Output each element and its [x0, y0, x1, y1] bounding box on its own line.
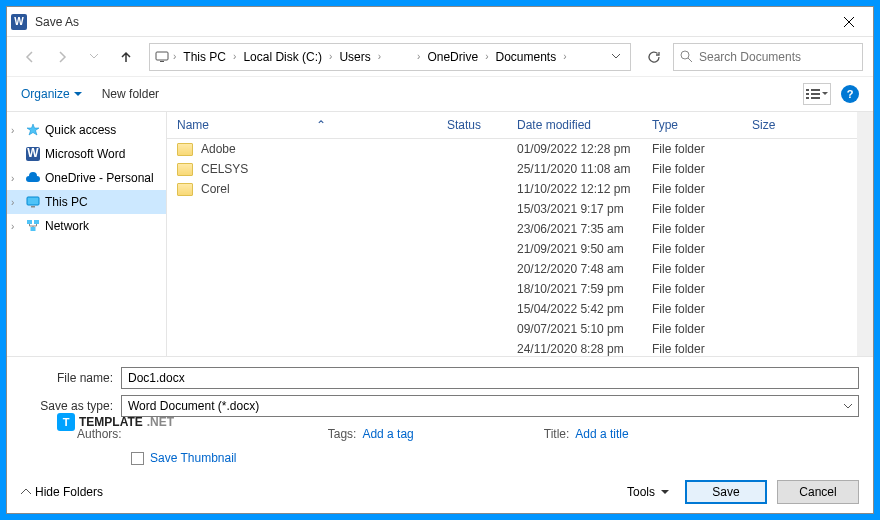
chevron-right-icon: ›	[11, 221, 21, 232]
svg-rect-12	[31, 206, 35, 208]
new-folder-button[interactable]: New folder	[102, 87, 159, 101]
breadcrumb-item[interactable]	[384, 55, 414, 59]
save-thumbnail-checkbox[interactable]	[131, 452, 144, 465]
column-header-size[interactable]: Size	[742, 112, 873, 138]
file-type: File folder	[642, 300, 742, 318]
pc-icon	[25, 194, 41, 210]
file-type: File folder	[642, 280, 742, 298]
file-date: 24/11/2020 8:28 pm	[507, 340, 642, 356]
breadcrumb-item[interactable]: Local Disk (C:)	[239, 48, 326, 66]
organize-menu[interactable]: Organize	[21, 87, 82, 101]
forward-button[interactable]	[49, 44, 75, 70]
chevron-up-icon	[21, 489, 31, 495]
sidebar-item-quick-access[interactable]: ›Quick access	[7, 118, 166, 142]
back-button[interactable]	[17, 44, 43, 70]
search-box[interactable]	[673, 43, 863, 71]
sidebar-item-network[interactable]: ›Network	[7, 214, 166, 238]
form-area: File name: Save as type: Word Document (…	[7, 357, 873, 471]
toolbar: Organize New folder ?	[7, 77, 873, 111]
breadcrumb-item[interactable]: This PC	[179, 48, 230, 66]
breadcrumb-item[interactable]: OneDrive	[423, 48, 482, 66]
sidebar-item-label: Network	[45, 219, 89, 233]
title-field[interactable]: Add a title	[575, 427, 628, 441]
column-header-date[interactable]: Date modified	[507, 112, 642, 138]
file-row[interactable]: 24/11/2020 8:28 pmFile folder	[167, 339, 873, 356]
file-row[interactable]: 21/09/2021 9:50 amFile folder	[167, 239, 873, 259]
refresh-button[interactable]	[641, 44, 667, 70]
file-date: 15/03/2021 9:17 pm	[507, 200, 642, 218]
network-icon	[25, 218, 41, 234]
file-date: 20/12/2020 7:48 am	[507, 260, 642, 278]
help-button[interactable]: ?	[841, 85, 859, 103]
sidebar-item-label: This PC	[45, 195, 88, 209]
file-row[interactable]: CELSYS25/11/2020 11:08 amFile folder	[167, 159, 873, 179]
svg-rect-14	[34, 220, 39, 224]
file-type: File folder	[642, 260, 742, 278]
filename-input[interactable]	[121, 367, 859, 389]
svg-text:W: W	[27, 147, 39, 160]
window-title: Save As	[35, 15, 829, 29]
chevron-down-icon	[74, 91, 82, 98]
filetype-select[interactable]: Word Document (*.docx)	[121, 395, 859, 417]
breadcrumb-item[interactable]: Documents	[491, 48, 560, 66]
tags-field[interactable]: Add a tag	[362, 427, 413, 441]
breadcrumb-item[interactable]: Users	[335, 48, 374, 66]
chevron-right-icon: ›	[562, 51, 567, 62]
file-row[interactable]: 20/12/2020 7:48 amFile folder	[167, 259, 873, 279]
svg-rect-13	[27, 220, 32, 224]
file-row[interactable]: 15/04/2022 5:42 pmFile folder	[167, 299, 873, 319]
file-type: File folder	[642, 240, 742, 258]
chevron-right-icon: ›	[232, 51, 237, 62]
sidebar-item-label: Microsoft Word	[45, 147, 125, 161]
view-options-button[interactable]	[803, 83, 831, 105]
up-button[interactable]	[113, 44, 139, 70]
svg-rect-15	[31, 227, 36, 231]
file-date: 21/09/2021 9:50 am	[507, 240, 642, 258]
file-type: File folder	[642, 340, 742, 356]
hide-folders-button[interactable]: Hide Folders	[21, 485, 103, 499]
sidebar-item-this-pc[interactable]: ›This PC	[7, 190, 166, 214]
chevron-right-icon: ›	[416, 51, 421, 62]
file-row[interactable]: Corel11/10/2022 12:12 pmFile folder	[167, 179, 873, 199]
file-date: 18/10/2021 7:59 pm	[507, 280, 642, 298]
save-thumbnail-label: Save Thumbnail	[150, 451, 237, 465]
folder-icon	[177, 143, 193, 156]
template-logo-icon: T	[57, 413, 75, 431]
folder-icon	[177, 163, 193, 176]
column-header-name[interactable]: Name⌃	[167, 112, 437, 138]
sort-indicator-icon: ⌃	[316, 118, 326, 132]
file-row[interactable]: Adobe01/09/2022 12:28 pmFile folder	[167, 139, 873, 159]
recent-dropdown[interactable]	[81, 44, 107, 70]
file-row[interactable]: 18/10/2021 7:59 pmFile folder	[167, 279, 873, 299]
file-row[interactable]: 23/06/2021 7:35 amFile folder	[167, 219, 873, 239]
file-list: Name⌃ Status Date modified Type Size Ado…	[167, 112, 873, 356]
content-area: ›Quick accessWMicrosoft Word›OneDrive - …	[7, 111, 873, 357]
column-header-type[interactable]: Type	[642, 112, 742, 138]
file-name: Corel	[201, 182, 230, 196]
filetype-label: Save as type:	[21, 399, 121, 413]
sidebar-item-label: OneDrive - Personal	[45, 171, 154, 185]
tools-menu[interactable]: Tools	[621, 481, 675, 503]
titlebar: W Save As	[7, 7, 873, 37]
sidebar-item-microsoft-word[interactable]: WMicrosoft Word	[7, 142, 166, 166]
vertical-scrollbar[interactable]	[857, 112, 873, 356]
address-bar[interactable]: › This PC › Local Disk (C:) › Users › › …	[149, 43, 631, 71]
svg-rect-5	[806, 93, 809, 95]
file-row[interactable]: 09/07/2021 5:10 pmFile folder	[167, 319, 873, 339]
sidebar-item-onedrive-personal[interactable]: ›OneDrive - Personal	[7, 166, 166, 190]
close-button[interactable]	[829, 8, 869, 36]
chevron-right-icon: ›	[328, 51, 333, 62]
search-input[interactable]	[699, 50, 856, 64]
file-date: 25/11/2020 11:08 am	[507, 160, 642, 178]
svg-rect-0	[156, 52, 168, 60]
cancel-button[interactable]: Cancel	[777, 480, 859, 504]
file-type: File folder	[642, 160, 742, 178]
folder-icon	[177, 183, 193, 196]
file-row[interactable]: 15/03/2021 9:17 pmFile folder	[167, 199, 873, 219]
svg-rect-7	[806, 97, 809, 99]
column-header-status[interactable]: Status	[437, 112, 507, 138]
file-type: File folder	[642, 320, 742, 338]
file-type: File folder	[642, 220, 742, 238]
address-dropdown[interactable]	[606, 54, 626, 59]
save-button[interactable]: Save	[685, 480, 767, 504]
